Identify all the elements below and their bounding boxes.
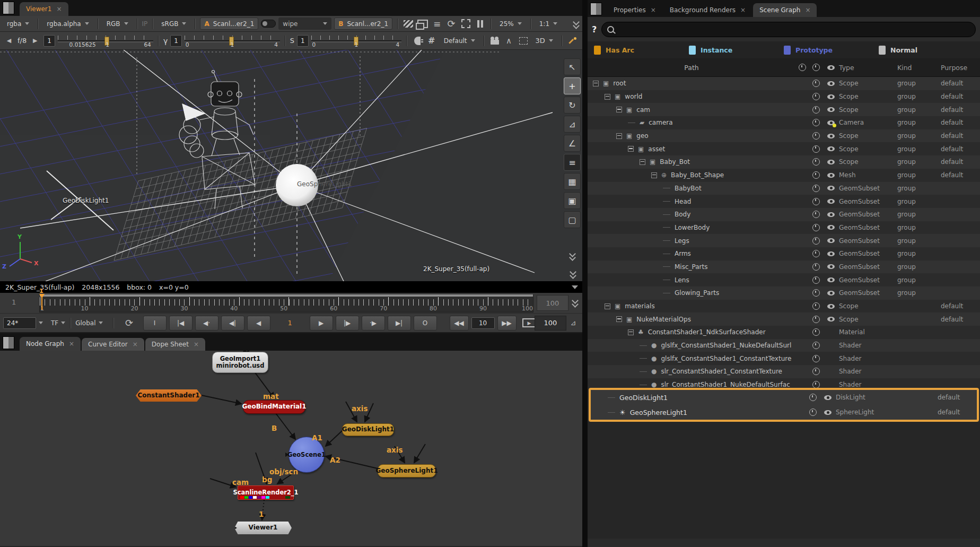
clock-icon[interactable] bbox=[812, 171, 820, 179]
close-icon[interactable]: × bbox=[133, 341, 138, 348]
gamma-input[interactable]: 1 bbox=[170, 35, 182, 47]
selection-box-icon[interactable] bbox=[518, 35, 529, 47]
input-process-toggle[interactable]: IP bbox=[142, 20, 148, 28]
tree-row-ConstantShader1_NdkSurfaceShader[interactable]: ♣ConstantShader1_NdkSurfaceShaderMateria… bbox=[588, 326, 980, 339]
cursor-tool-icon[interactable]: ↖ bbox=[564, 58, 581, 75]
header-path[interactable]: Path bbox=[588, 64, 795, 72]
eye-icon[interactable] bbox=[827, 186, 835, 190]
zoom-select[interactable]: 25% bbox=[496, 18, 526, 29]
tab-scene-graph[interactable]: Scene Graph× bbox=[753, 3, 817, 17]
range-scope-select[interactable]: Global bbox=[75, 319, 95, 327]
node-ConstantShader1[interactable]: ConstantShader1 bbox=[136, 389, 202, 402]
eye-icon[interactable] bbox=[827, 146, 835, 151]
tree-row-Baby_Bot_Shape[interactable]: ⊕Baby_Bot_ShapeMeshgroupdefault bbox=[588, 169, 980, 182]
eye-icon[interactable] bbox=[827, 277, 835, 282]
clock-icon[interactable] bbox=[812, 316, 820, 323]
proxy-stripes-icon[interactable] bbox=[402, 18, 414, 30]
loop-mode-button[interactable]: ⟳ bbox=[124, 317, 135, 329]
tab-viewer1[interactable]: Viewer1 × bbox=[20, 2, 68, 16]
node-GeoImport1[interactable]: GeoImport1minirobot.usd bbox=[212, 352, 268, 373]
clock-icon[interactable] bbox=[812, 289, 820, 297]
display-lines-tool-icon[interactable]: ≡ bbox=[564, 154, 581, 171]
skip-forward-button[interactable]: ▶▶ bbox=[497, 316, 517, 331]
headlamp-icon[interactable] bbox=[412, 35, 423, 47]
goto-end-button[interactable]: ▶| bbox=[388, 316, 411, 331]
collapse-toggle-icon[interactable] bbox=[605, 303, 610, 309]
gain-input[interactable]: 1 bbox=[43, 35, 55, 47]
close-icon[interactable]: × bbox=[805, 6, 810, 14]
close-icon[interactable]: × bbox=[740, 6, 746, 14]
pane-menu-icon[interactable] bbox=[3, 336, 14, 349]
clock-icon[interactable] bbox=[809, 409, 817, 416]
collapse-chevron-icon[interactable] bbox=[572, 298, 578, 307]
tree-row-Head[interactable]: HeadGeomSubsetgroup bbox=[588, 195, 980, 208]
tree-row-glslfx_ConstantShader1_ConstantTexture[interactable]: ●glslfx_ConstantShader1_ConstantTextureS… bbox=[588, 352, 980, 365]
wipe-toggle[interactable] bbox=[261, 20, 276, 28]
alpha-layer-select[interactable]: rgba.alpha bbox=[43, 18, 92, 29]
eye-icon[interactable] bbox=[827, 238, 835, 243]
header-purpose[interactable]: Purpose bbox=[941, 64, 980, 72]
scale-tool-icon[interactable]: ⊿ bbox=[564, 116, 581, 133]
chevron-down-icon[interactable] bbox=[39, 322, 43, 324]
layer-select[interactable]: rgba bbox=[3, 18, 33, 29]
lens-curve-icon[interactable]: ∧ bbox=[503, 35, 515, 47]
step-forward-button[interactable]: |▶ bbox=[336, 316, 359, 331]
collapse-toggle-icon[interactable] bbox=[616, 133, 622, 139]
legend-item[interactable]: Has Arc bbox=[594, 46, 689, 55]
eye-icon[interactable] bbox=[827, 212, 835, 217]
collapse-toggle-icon[interactable] bbox=[616, 107, 622, 112]
lut-select[interactable]: sRGB bbox=[158, 18, 190, 29]
tree-row-camera[interactable]: ▰cameraCameragroupdefault bbox=[588, 116, 980, 129]
gamma-slider[interactable]: 0 1 4 bbox=[185, 36, 280, 46]
tree-row-NukeMaterialOps[interactable]: ▣NukeMaterialOpsScopedefault bbox=[588, 312, 980, 326]
color-sample-icon[interactable] bbox=[567, 35, 579, 47]
translate-tool-icon[interactable]: + bbox=[564, 77, 581, 94]
panel-divider[interactable] bbox=[582, 0, 588, 547]
eye-icon[interactable] bbox=[827, 120, 835, 125]
eye-icon[interactable] bbox=[827, 94, 835, 99]
eye-icon[interactable] bbox=[827, 225, 835, 230]
eye-icon[interactable] bbox=[827, 264, 835, 269]
clock-icon[interactable] bbox=[812, 237, 820, 245]
range-mode-button[interactable]: O bbox=[414, 316, 437, 331]
image-plane-tool-icon[interactable]: ▣ bbox=[564, 192, 581, 209]
clock-icon[interactable] bbox=[812, 211, 820, 218]
collapse-toggle-icon[interactable] bbox=[628, 329, 634, 335]
view-preset-select[interactable]: Default bbox=[440, 35, 479, 46]
clock-icon[interactable] bbox=[812, 355, 820, 362]
channel-display-select[interactable]: RGB bbox=[103, 18, 132, 29]
rotate-tool-icon[interactable]: ↻ bbox=[564, 97, 581, 114]
legend-item[interactable]: Normal bbox=[879, 46, 974, 55]
roi-icon[interactable] bbox=[460, 18, 471, 30]
collapse-toggle-icon[interactable] bbox=[651, 172, 657, 178]
tree-row-GeoSphereLight1[interactable]: ☀GeoSphereLight1SphereLightdefault bbox=[591, 405, 977, 420]
a-buffer-select[interactable]: AScanl...er2_1 bbox=[200, 18, 258, 30]
legend-item[interactable]: Instance bbox=[689, 46, 784, 55]
tab-background-renders[interactable]: Background Renders× bbox=[663, 3, 752, 17]
clock-icon[interactable] bbox=[812, 93, 820, 100]
current-frame-field[interactable]: 1 bbox=[273, 319, 307, 327]
tree-row-slr_ConstantShader1_ConstantTexture[interactable]: ●slr_ConstantShader1_ConstantTextureShad… bbox=[588, 365, 980, 378]
eye-icon[interactable] bbox=[827, 134, 835, 138]
node-GeoSphereLight1[interactable]: GeoSphereLight1 bbox=[378, 464, 436, 477]
end-frame-field[interactable]: 100 bbox=[535, 316, 566, 331]
clock-icon[interactable] bbox=[812, 342, 820, 349]
tree-row-world[interactable]: ▣worldScopegroupdefault bbox=[588, 90, 980, 103]
header-kind[interactable]: Kind bbox=[897, 64, 941, 72]
tree-row-LowerBody[interactable]: LowerBodyGeomSubsetgroup bbox=[588, 221, 980, 235]
eye-icon[interactable] bbox=[827, 107, 835, 112]
scanline-mode-icon[interactable]: ≡ bbox=[431, 18, 443, 30]
help-button[interactable]: ? bbox=[592, 24, 597, 34]
play-button[interactable]: ▶ bbox=[310, 316, 333, 331]
collapse-toggle-icon[interactable] bbox=[628, 146, 634, 152]
eye-icon[interactable] bbox=[827, 317, 835, 322]
node-GeoDiskLight1[interactable]: GeoDiskLight1 bbox=[342, 423, 394, 436]
skew-tool-icon[interactable]: ∠ bbox=[564, 135, 581, 152]
collapse-toggle-icon[interactable] bbox=[640, 159, 645, 165]
saturation-input[interactable]: 1 bbox=[297, 35, 309, 47]
close-icon[interactable]: × bbox=[69, 340, 74, 348]
node-ScanlineRender2_1[interactable]: ScanlineRender2_1 bbox=[238, 485, 294, 500]
tree-row-BabyBot[interactable]: BabyBotGeomSubsetgroup bbox=[588, 182, 980, 195]
tab-curve-editor[interactable]: Curve Editor× bbox=[82, 338, 144, 351]
tf-select[interactable]: TF bbox=[51, 319, 58, 327]
